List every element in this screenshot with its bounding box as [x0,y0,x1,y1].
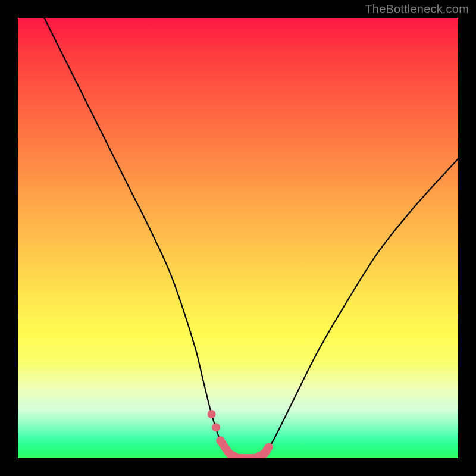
watermark-text: TheBottleneck.com [365,2,469,16]
flat-segment-marker [265,443,273,452]
flat-segment-marker [212,423,220,431]
bottleneck-curve-path [44,18,458,458]
curve-svg [18,18,458,458]
plot-area [18,18,458,458]
flat-segment-marker [208,410,216,418]
chart-frame: TheBottleneck.com [0,0,476,476]
flat-segment-marker [216,436,224,444]
